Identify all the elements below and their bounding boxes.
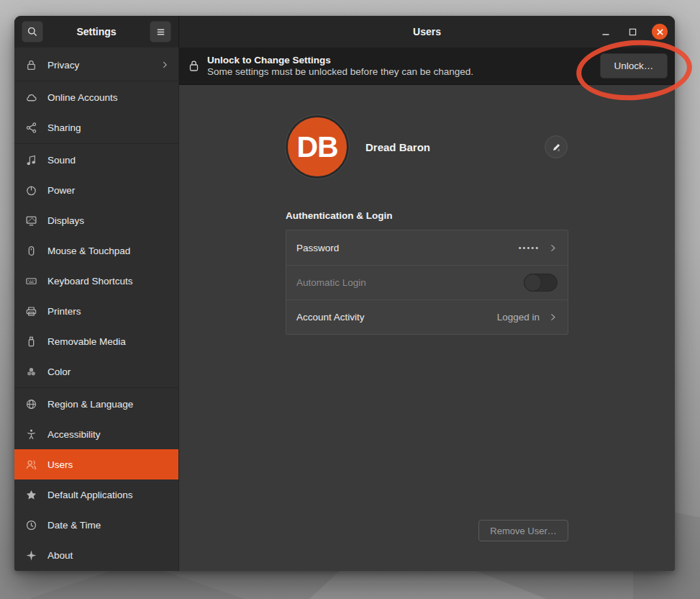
sidebar-item-label: Online Accounts [47, 92, 170, 103]
sidebar-item-label: Region & Language [47, 399, 170, 410]
mouse-icon [25, 245, 37, 257]
close-icon [656, 28, 664, 36]
lock-icon [188, 60, 199, 72]
main-header: Users [179, 16, 675, 48]
sidebar-item-default-applications[interactable]: Default Applications [14, 479, 178, 510]
user-identity-row: DB Dread Baron [286, 112, 568, 181]
sidebar-header: Settings [14, 16, 179, 48]
page-title: Users [413, 26, 441, 37]
accessibility-icon [25, 428, 37, 441]
sidebar-item-about[interactable]: About [14, 540, 178, 570]
automatic-login-label: Automatic Login [296, 277, 366, 288]
desktop-background: Settings Users [0, 0, 700, 599]
titlebar: Settings Users [14, 16, 675, 48]
users-panel: Unlock to Change Settings Some settings … [179, 48, 675, 571]
printer-icon [25, 305, 37, 317]
globe-icon [25, 398, 37, 410]
auth-section-heading: Authentication & Login [286, 210, 392, 221]
auth-settings-list: Password ••••• Automatic Login [286, 230, 568, 335]
user-full-name: Dread Baron [365, 141, 430, 153]
keyboard-icon [25, 275, 37, 287]
sidebar-item-label: Accessibility [47, 429, 170, 440]
clock-icon [25, 519, 37, 531]
settings-window: Settings Users [14, 16, 675, 571]
unlock-banner-text: Unlock to Change Settings Some settings … [207, 55, 473, 77]
sidebar-item-label: Removable Media [47, 336, 170, 347]
maximize-button[interactable] [625, 24, 640, 39]
unlock-banner-title: Unlock to Change Settings [207, 55, 473, 66]
chevron-right-icon [548, 312, 558, 322]
menu-button[interactable] [150, 21, 171, 42]
sidebar-item-label: Date & Time [47, 520, 170, 531]
automatic-login-row: Automatic Login [286, 265, 568, 300]
avatar[interactable]: DB [286, 115, 349, 179]
account-activity-value: Logged in [497, 312, 540, 323]
color-circles-icon [25, 366, 37, 378]
minimize-icon [601, 27, 610, 36]
account-activity-row[interactable]: Account Activity Logged in [286, 300, 568, 334]
sidebar-item-label: Mouse & Touchpad [47, 246, 170, 256]
sparkle-icon [25, 549, 37, 562]
sidebar-item-accessibility[interactable]: Accessibility [14, 419, 178, 449]
automatic-login-toggle[interactable] [524, 274, 558, 292]
search-button[interactable] [22, 21, 43, 42]
password-row[interactable]: Password ••••• [286, 230, 568, 265]
sidebar-item-sound[interactable]: Sound [14, 145, 178, 175]
power-icon [25, 184, 37, 197]
account-activity-label: Account Activity [296, 312, 365, 323]
sidebar-item-power[interactable]: Power [14, 175, 178, 205]
star-icon [25, 489, 37, 501]
sidebar-item-label: Sharing [47, 122, 170, 133]
sidebar-item-date-time[interactable]: Date & Time [14, 510, 178, 540]
edit-name-button[interactable] [545, 135, 568, 158]
pencil-icon [551, 142, 562, 153]
sidebar-item-users[interactable]: Users [14, 449, 178, 479]
chevron-right-icon [160, 60, 170, 70]
sidebar-item-color[interactable]: Color [14, 356, 178, 387]
display-icon [25, 215, 37, 227]
password-masked-value: ••••• [519, 243, 540, 252]
sidebar-item-label: Default Applications [47, 490, 170, 500]
music-note-icon [25, 154, 37, 166]
sidebar-item-label: About [47, 550, 170, 561]
usb-drive-icon [25, 335, 37, 348]
sidebar-item-printers[interactable]: Printers [14, 296, 178, 326]
unlock-button[interactable]: Unlock… [600, 53, 668, 78]
users-icon [25, 459, 37, 471]
sidebar-item-sharing[interactable]: Sharing [14, 112, 178, 143]
sidebar-item-removable-media[interactable]: Removable Media [14, 326, 178, 356]
unlock-banner: Unlock to Change Settings Some settings … [179, 48, 675, 85]
sidebar-item-label: Printers [47, 306, 170, 317]
toggle-knob [524, 274, 542, 292]
window-controls [599, 16, 668, 48]
share-icon [25, 122, 37, 134]
sidebar-item-label: Displays [47, 215, 170, 226]
sidebar-item-label: Sound [47, 155, 170, 166]
sidebar-item-privacy[interactable]: Privacy [14, 50, 178, 80]
chevron-right-icon [548, 243, 558, 253]
sidebar-item-online-accounts[interactable]: Online Accounts [14, 82, 178, 112]
close-button[interactable] [652, 24, 668, 40]
window-body: Privacy Online Accounts Shar [14, 48, 675, 571]
unlock-banner-subtitle: Some settings must be unlocked before th… [207, 66, 473, 77]
sidebar-separator [14, 143, 178, 144]
minimize-button[interactable] [599, 24, 613, 39]
sidebar-item-displays[interactable]: Displays [14, 205, 178, 235]
remove-user-button[interactable]: Remove User… [478, 520, 568, 541]
settings-title: Settings [76, 26, 116, 37]
sidebar-item-keyboard-shortcuts[interactable]: Keyboard Shortcuts [14, 266, 178, 296]
sidebar-item-label: Users [47, 459, 170, 470]
cloud-icon [25, 91, 37, 104]
sidebar-item-label: Keyboard Shortcuts [47, 276, 170, 287]
sidebar-item-region-language[interactable]: Region & Language [14, 389, 178, 419]
users-content: DB Dread Baron Authentication & Login [179, 85, 675, 571]
sidebar-item-mouse-touchpad[interactable]: Mouse & Touchpad [14, 235, 178, 266]
maximize-icon [629, 28, 637, 36]
sidebar-item-label: Privacy [47, 60, 160, 71]
sidebar-item-label: Color [47, 366, 170, 377]
sidebar-item-label: Power [47, 185, 170, 196]
password-label: Password [296, 243, 339, 253]
lock-icon [25, 59, 37, 71]
search-icon [27, 26, 38, 37]
hamburger-icon [155, 27, 166, 37]
